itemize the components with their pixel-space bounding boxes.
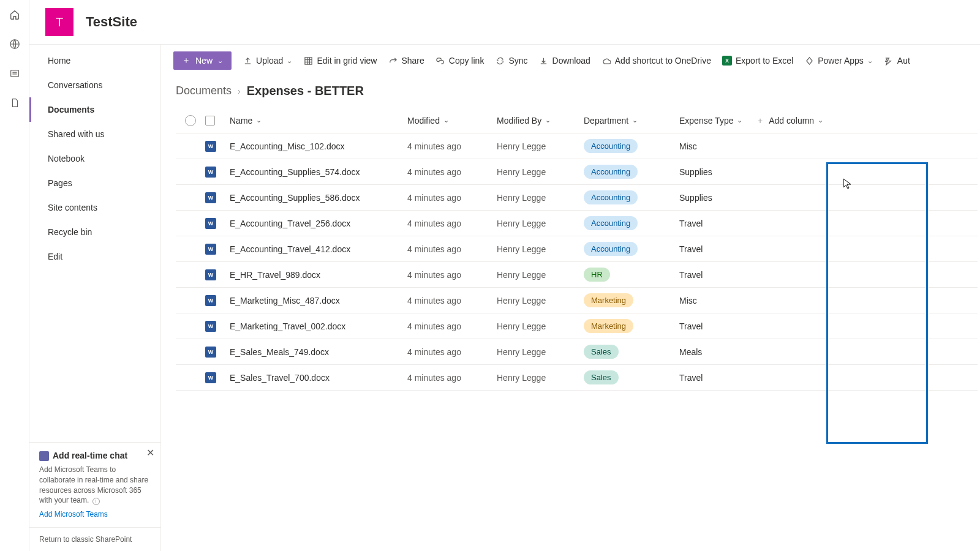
department-pill[interactable]: Accounting [584,139,638,153]
cell-expense-type: Misc [666,141,758,151]
site-header: T TestSite [29,0,980,44]
promo-link[interactable]: Add Microsoft Teams [39,509,151,520]
select-all-toggle[interactable] [185,115,196,126]
files-icon[interactable] [9,97,21,109]
news-icon[interactable] [9,67,21,80]
table-row[interactable]: WE_Sales_Meals_749.docx4 minutes agoHenr… [176,339,978,365]
copy-link-button[interactable]: Copy link [435,56,484,66]
cell-modified-by[interactable]: Henry Legge [497,193,584,203]
file-name[interactable]: E_HR_Travel_989.docx [230,270,320,280]
file-name[interactable]: E_Accounting_Travel_256.docx [230,219,350,228]
file-name[interactable]: E_Sales_Travel_700.docx [230,373,330,383]
home-icon[interactable] [9,9,21,21]
file-name[interactable]: E_Accounting_Supplies_574.docx [230,167,360,177]
department-pill[interactable]: Accounting [584,216,638,230]
upload-icon [243,56,252,66]
flow-icon [884,56,894,66]
file-name[interactable]: E_Marketing_Misc_487.docx [230,296,340,305]
file-table: Name⌄ Modified⌄ Modified By⌄ Department⌄… [161,108,980,391]
cell-modified-by[interactable]: Henry Legge [497,141,584,151]
department-pill[interactable]: HR [584,268,610,282]
edit-grid-button[interactable]: Edit in grid view [303,56,377,66]
share-button[interactable]: Share [388,56,424,66]
add-shortcut-button[interactable]: Add shortcut to OneDrive [601,56,711,66]
cell-modified-by[interactable]: Henry Legge [497,244,584,254]
department-pill[interactable]: Marketing [584,293,633,307]
word-file-icon: W [205,347,216,358]
department-pill[interactable]: Sales [584,370,619,384]
site-title: TestSite [86,14,137,30]
excel-icon: X [722,56,732,66]
cell-modified-by[interactable]: Henry Legge [497,321,584,331]
table-row[interactable]: WE_Marketing_Travel_002.docx4 minutes ag… [176,313,978,339]
filetype-header-icon[interactable] [205,116,215,126]
info-icon[interactable]: i [92,498,100,505]
column-name[interactable]: Name⌄ [230,116,262,126]
file-name[interactable]: E_Marketing_Travel_002.docx [230,321,345,331]
table-row[interactable]: WE_Accounting_Supplies_586.docx4 minutes… [176,185,978,211]
cell-modified-by[interactable]: Henry Legge [497,167,584,177]
app-rail [0,0,29,551]
cell-modified-by[interactable]: Henry Legge [497,373,584,383]
sidebar-item-conversations[interactable]: Conversations [29,73,160,97]
promo-card: ✕ Add real-time chat Add Microsoft Teams… [29,442,160,527]
chevron-down-icon: ⌄ [737,116,742,124]
power-apps-button[interactable]: Power Apps⌄ [804,56,873,66]
cell-modified-by[interactable]: Henry Legge [497,219,584,228]
column-modified-by[interactable]: Modified By⌄ [497,116,584,126]
site-logo[interactable]: T [45,8,74,36]
cell-modified: 4 minutes ago [407,296,497,305]
sync-button[interactable]: Sync [495,56,527,66]
globe-icon[interactable] [9,38,21,50]
add-column-button[interactable]: +Add column⌄ [758,116,843,126]
sidebar-item-edit[interactable]: Edit [29,244,160,269]
table-row[interactable]: WE_Accounting_Travel_256.docx4 minutes a… [176,211,978,236]
cell-modified-by[interactable]: Henry Legge [497,347,584,357]
column-department[interactable]: Department⌄ [584,116,666,126]
sidebar-item-site-contents[interactable]: Site contents [29,195,160,220]
file-name[interactable]: E_Accounting_Travel_412.docx [230,244,350,254]
word-file-icon: W [205,295,216,306]
table-row[interactable]: WE_Accounting_Misc_102.docx4 minutes ago… [176,133,978,159]
sidebar-item-notebook[interactable]: Notebook [29,146,160,171]
upload-button[interactable]: Upload⌄ [243,56,292,66]
department-pill[interactable]: Accounting [584,165,638,179]
table-header: Name⌄ Modified⌄ Modified By⌄ Department⌄… [176,108,978,133]
file-name[interactable]: E_Accounting_Misc_102.docx [230,141,345,151]
department-pill[interactable]: Accounting [584,242,638,256]
sidebar-item-pages[interactable]: Pages [29,171,160,195]
sidebar-item-home[interactable]: Home [29,48,160,73]
share-icon [388,56,398,66]
department-pill[interactable]: Accounting [584,190,638,204]
table-row[interactable]: WE_HR_Travel_989.docx4 minutes agoHenry … [176,262,978,288]
export-excel-button[interactable]: XExport to Excel [722,56,793,66]
new-button[interactable]: ＋ New ⌄ [173,51,232,70]
classic-link[interactable]: Return to classic SharePoint [29,527,160,551]
cell-expense-type: Misc [666,296,758,305]
chevron-down-icon: ⌄ [217,57,223,65]
table-row[interactable]: WE_Accounting_Supplies_574.docx4 minutes… [176,159,978,185]
cell-modified: 4 minutes ago [407,347,497,357]
sidebar-item-documents[interactable]: Documents [29,97,160,122]
breadcrumb: Documents › Expenses - BETTER [161,77,980,108]
table-row[interactable]: WE_Accounting_Travel_412.docx4 minutes a… [176,236,978,262]
sidebar-item-recycle-bin[interactable]: Recycle bin [29,220,160,244]
download-button[interactable]: Download [539,56,590,66]
automate-button[interactable]: Aut [884,56,910,66]
cell-expense-type: Travel [666,373,758,383]
cell-modified: 4 minutes ago [407,219,497,228]
table-row[interactable]: WE_Marketing_Misc_487.docx4 minutes agoH… [176,288,978,313]
department-pill[interactable]: Marketing [584,319,633,333]
cell-modified-by[interactable]: Henry Legge [497,296,584,305]
sidebar-item-shared-with-us[interactable]: Shared with us [29,122,160,146]
department-pill[interactable]: Sales [584,345,619,359]
close-icon[interactable]: ✕ [146,446,154,460]
chevron-down-icon: ⌄ [818,116,823,124]
column-modified[interactable]: Modified⌄ [407,116,497,126]
file-name[interactable]: E_Sales_Meals_749.docx [230,347,329,357]
cell-modified-by[interactable]: Henry Legge [497,270,584,280]
breadcrumb-root[interactable]: Documents [176,84,232,97]
table-row[interactable]: WE_Sales_Travel_700.docx4 minutes agoHen… [176,365,978,391]
file-name[interactable]: E_Accounting_Supplies_586.docx [230,193,360,203]
column-expense-type[interactable]: Expense Type⌄ [679,116,758,126]
